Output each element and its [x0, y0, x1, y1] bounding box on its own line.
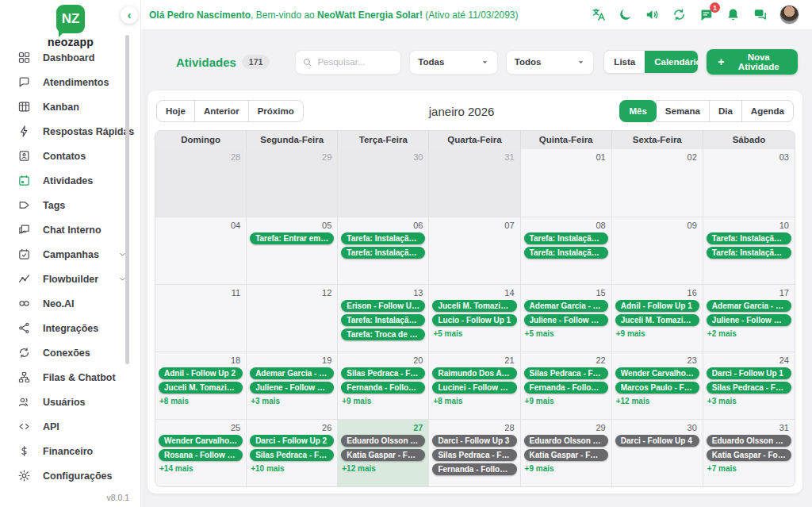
calendar-day-05[interactable]: 05Tarefa: Entrar em conta... — [247, 217, 338, 284]
calendar-event[interactable]: Darci - Follow Up 1 — [707, 367, 791, 379]
calendar-day-29-adjacent[interactable]: 29 — [247, 149, 338, 217]
calendar-day-11[interactable]: 11 — [155, 284, 247, 351]
sidebar-item-conexoes[interactable]: Conexões — [0, 340, 140, 365]
calendar-event[interactable]: Wender Carvalho - Follo... — [615, 367, 699, 379]
sidebar-item-kanban[interactable]: Kanban — [0, 94, 140, 119]
sidebar-collapse-button[interactable]: ‹ — [121, 6, 138, 24]
calendar-event[interactable]: Tarefa: Instalação Alpha — [524, 247, 608, 259]
next-button[interactable]: Próximo — [248, 100, 304, 122]
calendar-event[interactable]: Adnil - Follow Up 2 — [159, 367, 243, 379]
calendar-event[interactable]: Tarefa: Instalação Alpha — [707, 232, 791, 244]
calendar-day-16[interactable]: 16Adnil - Follow Up 1Juceli M. Tomazini … — [612, 284, 703, 351]
calendar-day-13[interactable]: 13Erison - Follow Up 1Tarefa: Instalação… — [338, 284, 429, 351]
calendar-day-27[interactable]: 27Eduardo Olsson - Follo...Katia Gaspar … — [338, 419, 429, 486]
calendar-event[interactable]: Lucinei - Follow Up 1 — [432, 382, 516, 394]
calendar-event[interactable]: Tarefa: Instalação Alpha — [707, 247, 791, 259]
calendar-event[interactable]: Darci - Follow Up 2 — [250, 435, 334, 447]
more-events-link[interactable]: +9 mais — [521, 396, 611, 405]
calendar-event[interactable]: Tarefa: Entrar em conta... — [250, 232, 334, 244]
calendar-day-29[interactable]: 29Eduardo Olsson - Follo...Katia Gaspar … — [521, 419, 612, 486]
more-events-link[interactable]: +5 mais — [429, 328, 519, 338]
calendar-view-button[interactable]: Calendário — [645, 51, 699, 73]
speaker-icon[interactable] — [645, 7, 660, 22]
calendar-event[interactable]: Erison - Follow Up 1 — [341, 300, 425, 312]
calendar-event[interactable]: Juliene - Follow Up 3 — [250, 382, 334, 394]
more-events-link[interactable]: +5 mais — [521, 328, 611, 338]
calendar-day-12[interactable]: 12 — [247, 284, 338, 351]
more-events-link[interactable]: +8 mais — [155, 396, 246, 405]
sidebar-item-respostas-rapidas[interactable]: Respostas Rápidas — [0, 119, 140, 144]
more-events-link[interactable]: +3 mais — [247, 396, 337, 405]
user-avatar[interactable] — [779, 5, 799, 25]
view-dia-button[interactable]: Dia — [709, 100, 742, 122]
more-events-link[interactable]: +9 mais — [521, 463, 611, 473]
new-activity-button[interactable]: + Nova Atividade — [707, 49, 798, 75]
calendar-event[interactable]: Silas Pedraca - Follow ... — [250, 449, 334, 461]
more-events-link[interactable]: +2 mais — [703, 328, 795, 338]
more-events-link[interactable]: +9 mais — [612, 328, 703, 338]
more-events-link[interactable]: +3 mais — [703, 396, 795, 405]
sidebar-item-configuracoes[interactable]: Configurações — [0, 463, 140, 488]
calendar-event[interactable]: Ademar Garcia - Follow ... — [707, 300, 791, 312]
more-events-link[interactable]: +10 mais — [247, 463, 337, 473]
calendar-day-22[interactable]: 22Silas Pedraca - Follow ...Fernanda - F… — [521, 351, 612, 419]
calendar-day-28[interactable]: 28Darci - Follow Up 3Silas Pedraca - Fol… — [429, 419, 520, 486]
calendar-day-24[interactable]: 24Darci - Follow Up 1Silas Pedraca - Fol… — [703, 351, 795, 419]
sidebar-item-usuarios[interactable]: Usuários — [0, 390, 140, 414]
sidebar-item-atividades[interactable]: Atividades — [0, 168, 140, 193]
sidebar-item-integracoes[interactable]: Integrações — [0, 316, 140, 340]
sidebar-item-atendimentos[interactable]: Atendimentos — [0, 70, 140, 94]
calendar-day-21[interactable]: 21Raimundo Dos Anjos - F...Lucinei - Fol… — [429, 351, 520, 419]
sidebar-item-campanhas[interactable]: Campanhas — [0, 242, 140, 267]
calendar-event[interactable]: Katia Gaspar - Follow U... — [707, 449, 791, 461]
bell-icon[interactable] — [726, 7, 741, 22]
sidebar-item-tags[interactable]: Tags — [0, 193, 140, 217]
status-filter-dropdown[interactable]: Todas — [409, 50, 498, 75]
sidebar-scrollbar[interactable] — [125, 35, 129, 364]
calendar-day-17[interactable]: 17Ademar Garcia - Follow ...Juliene - Fo… — [703, 284, 795, 351]
calendar-event[interactable]: Fernanda - Follow Up 5 — [432, 463, 516, 475]
chat-notification-icon[interactable]: 1 — [699, 7, 714, 22]
calendar-event[interactable]: Katia Gaspar - Follow U... — [341, 449, 425, 461]
calendar-event[interactable]: Juceli M. Tomazini - Fol... — [432, 300, 516, 312]
calendar-event[interactable]: Tarefa: Troca de medidor — [341, 328, 425, 340]
sidebar-item-chat-interno[interactable]: Chat Interno — [0, 217, 140, 242]
calendar-day-20[interactable]: 20Silas Pedraca - Follow ...Fernanda - F… — [338, 351, 429, 419]
sidebar-item-neo-ai[interactable]: Neo.AI — [0, 291, 140, 316]
calendar-event[interactable]: Adnil - Follow Up 1 — [615, 300, 699, 312]
calendar-event[interactable]: Silas Pedraca - Follow ... — [524, 367, 608, 379]
sync-icon[interactable] — [672, 7, 687, 22]
calendar-day-31[interactable]: 31Eduardo Olsson - Follo...Katia Gaspar … — [703, 419, 795, 486]
view-semana-button[interactable]: Semana — [656, 100, 710, 122]
more-events-link[interactable]: +9 mais — [338, 396, 428, 405]
calendar-day-09[interactable]: 09 — [612, 217, 703, 284]
more-events-link[interactable]: +12 mais — [338, 463, 428, 473]
calendar-event[interactable]: Darci - Follow Up 4 — [615, 435, 699, 447]
calendar-event[interactable]: Silas Pedraca - Follow ... — [341, 367, 425, 379]
sidebar-item-flowbuilder[interactable]: Flowbuilder — [0, 267, 140, 291]
calendar-event[interactable]: Eduardo Olsson - Follo... — [524, 435, 608, 447]
calendar-event[interactable]: Katia Gaspar - Follow U... — [524, 449, 608, 461]
more-events-link[interactable]: +14 mais — [155, 463, 246, 473]
more-events-link[interactable]: +7 mais — [703, 463, 795, 473]
sidebar-item-dashboard[interactable]: Dashboard — [0, 45, 140, 70]
calendar-day-15[interactable]: 15Ademar Garcia - Follow ...Juliene - Fo… — [521, 284, 612, 351]
calendar-day-28-adjacent[interactable]: 28 — [155, 149, 247, 217]
calendar-day-19[interactable]: 19Ademar Garcia - Follow ...Juliene - Fo… — [247, 351, 338, 419]
calendar-event[interactable]: Juceli M. Tomazini - Fol... — [159, 382, 243, 394]
calendar-event[interactable]: Silas Pedraca - Follow ... — [432, 449, 516, 461]
calendar-day-23[interactable]: 23Wender Carvalho - Follo...Marcos Paulo… — [612, 351, 703, 419]
more-events-link[interactable]: +8 mais — [429, 396, 519, 405]
calendar-day-18[interactable]: 18Adnil - Follow Up 2Juceli M. Tomazini … — [155, 351, 247, 419]
calendar-day-02[interactable]: 02 — [612, 149, 703, 217]
calendar-day-25[interactable]: 25Wender Carvalho - Follo...Rosana - Fol… — [155, 419, 247, 486]
list-view-button[interactable]: Lista — [604, 51, 645, 73]
sidebar-item-api[interactable]: API — [0, 414, 140, 439]
calendar-day-08[interactable]: 08Tarefa: Instalação AlphaTarefa: Instal… — [521, 217, 612, 284]
translate-icon[interactable] — [591, 7, 606, 22]
calendar-event[interactable]: Eduardo Olsson - Follo... — [341, 435, 425, 447]
calendar-event[interactable]: Tarefa: Instalação Alpha — [524, 232, 608, 244]
calendar-event[interactable]: Marcos Paulo - Follow ... — [615, 382, 699, 394]
calendar-event[interactable]: Darci - Follow Up 3 — [432, 435, 516, 447]
calendar-event[interactable]: Juceli M. Tomazini - Fol... — [615, 314, 699, 326]
